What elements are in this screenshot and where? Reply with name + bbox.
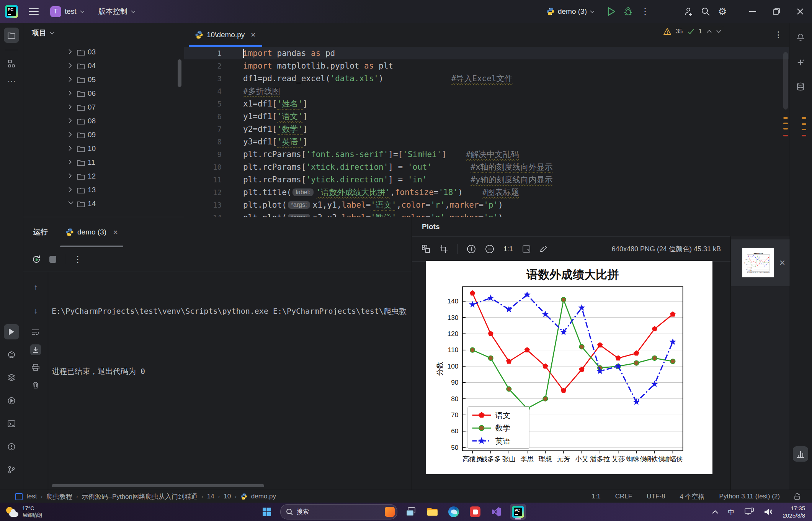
print-icon[interactable]: [30, 362, 41, 373]
caret-position[interactable]: 1:1: [591, 493, 601, 500]
editor-tab[interactable]: 10\demo.py ✕: [189, 23, 262, 47]
chevron-right-icon[interactable]: [68, 132, 74, 138]
run-tab[interactable]: demo (3) ✕: [65, 217, 118, 247]
project-switcher[interactable]: T test: [50, 6, 85, 17]
python-interpreter[interactable]: Python 3.11 (test) (2): [719, 493, 780, 500]
code-line-4[interactable]: 4#多折线图: [184, 85, 789, 97]
tray-chevron-icon[interactable]: [712, 510, 718, 514]
code-line-6[interactable]: 6y1=df1['语文']: [184, 110, 789, 123]
code-area[interactable]: 1import pandas as pd2import matplotlib.p…: [184, 47, 789, 217]
fit-window-icon[interactable]: [522, 245, 531, 253]
code-line-14[interactable]: 14plt.plot(*args:x2,y2,label='数学',color=…: [184, 211, 789, 217]
code-line-8[interactable]: 8y3=df1['英语']: [184, 135, 789, 148]
tree-item-04[interactable]: 04: [23, 59, 184, 73]
code-line-1[interactable]: 1import pandas as pd: [184, 47, 789, 59]
inspection-widget[interactable]: 35 1: [660, 26, 724, 37]
tab-options-icon[interactable]: ⋮: [774, 30, 783, 40]
console-hscrollbar[interactable]: [52, 484, 264, 487]
run-button[interactable]: [603, 3, 620, 20]
actual-size-icon[interactable]: [422, 245, 430, 253]
chevron-right-icon[interactable]: [68, 77, 74, 83]
search-input[interactable]: 搜索: [280, 504, 397, 519]
breadcrumb-item[interactable]: test: [26, 493, 37, 500]
code-line-5[interactable]: 5x1=df1['姓名']: [184, 97, 789, 110]
breadcrumb-item[interactable]: demo.py: [251, 493, 276, 500]
code-line-7[interactable]: 7y2=df1['数学']: [184, 123, 789, 135]
chevron-right-icon[interactable]: [68, 187, 74, 193]
chevron-right-icon[interactable]: [68, 146, 74, 152]
rerun-icon[interactable]: [32, 255, 41, 264]
chevron-right-icon[interactable]: [68, 49, 74, 55]
zoom-in-icon[interactable]: [467, 244, 476, 254]
chevron-down-icon[interactable]: [68, 201, 74, 207]
soft-wrap-icon[interactable]: [30, 327, 41, 338]
run-tool-icon[interactable]: [4, 324, 19, 339]
problems-icon[interactable]: [4, 439, 19, 454]
breadcrumb-item[interactable]: 示例源码--Python网络爬虫从入门到精通: [82, 492, 198, 501]
more-icon[interactable]: ⋮: [74, 254, 82, 264]
tree-item-06[interactable]: 06: [23, 87, 184, 100]
chevron-right-icon[interactable]: [68, 159, 74, 165]
line-separator[interactable]: CRLF: [615, 493, 632, 500]
chart-icon[interactable]: [793, 446, 808, 462]
project-tool-icon[interactable]: [4, 28, 19, 43]
chevron-right-icon[interactable]: [68, 63, 74, 69]
maximize-icon[interactable]: [765, 0, 788, 23]
vcs-menu[interactable]: 版本控制: [98, 7, 136, 16]
tree-item-12[interactable]: 12: [23, 169, 184, 183]
crop-icon[interactable]: [439, 245, 448, 253]
tree-item-03[interactable]: 03: [23, 45, 184, 59]
plot-image[interactable]: 5060708090100110120130140高猿员钱多多张山李思理想元芳小…: [426, 261, 712, 474]
app-icon-red[interactable]: [467, 504, 483, 520]
weather-widget[interactable]: 17°C 局部晴朗: [5, 505, 42, 518]
code-line-12[interactable]: 12plt.title(label:'语数外成绩大比拼',fontsize='1…: [184, 186, 789, 198]
stop-icon[interactable]: [49, 256, 56, 263]
structure-icon[interactable]: [4, 56, 19, 71]
down-arrow-icon[interactable]: ↓: [30, 305, 41, 316]
chevron-right-icon[interactable]: [68, 90, 74, 97]
tree-item-11[interactable]: 11: [23, 156, 184, 169]
breadcrumb-item[interactable]: 爬虫教程: [46, 492, 72, 501]
ime-icon[interactable]: 中: [728, 508, 735, 516]
code-line-13[interactable]: 13plt.plot(*args:x1,y1,label='语文',color=…: [184, 198, 789, 211]
tree-item-14[interactable]: 14: [23, 197, 184, 211]
code-line-10[interactable]: 10plt.rcParams['xtick.direction'] = 'out…: [184, 161, 789, 173]
editor-scrollbar[interactable]: [783, 52, 788, 110]
tree-item-13[interactable]: 13: [23, 183, 184, 197]
edge-icon[interactable]: [446, 504, 462, 520]
breadcrumb[interactable]: test›爬虫教程›示例源码--Python网络爬虫从入门到精通›14›10›d…: [15, 492, 276, 501]
search-highlight-icon[interactable]: [385, 507, 395, 517]
plot-thumbnail-row[interactable]: 5060708090100110120130140高猿员钱多多张山李思理想元芳小…: [731, 239, 790, 286]
tree-item-09[interactable]: 09: [23, 128, 184, 142]
chevron-right-icon[interactable]: [68, 173, 74, 179]
code-line-9[interactable]: 9plt.rcParams['font.sans-serif']=['SimHe…: [184, 148, 789, 161]
close-icon[interactable]: ✕: [113, 229, 118, 236]
close-icon[interactable]: ✕: [779, 258, 786, 267]
code-line-11[interactable]: 11plt.rcParams['ytick.direction'] = 'in'…: [184, 173, 789, 186]
database-icon[interactable]: [793, 79, 808, 94]
clock[interactable]: 17:35 2025/3/8: [783, 505, 805, 519]
tree-scrollbar[interactable]: [178, 59, 181, 87]
plot-thumbnail[interactable]: 5060708090100110120130140高猿员钱多多张山李思理想元芳小…: [742, 248, 774, 277]
debug-button[interactable]: [620, 3, 637, 20]
more-icon[interactable]: ⋮: [637, 3, 654, 20]
trash-icon[interactable]: [30, 380, 41, 390]
breadcrumb-item[interactable]: 14: [207, 493, 214, 500]
tree-item-07[interactable]: 07: [23, 100, 184, 114]
ai-assistant-icon[interactable]: [793, 55, 808, 70]
tree-item-08[interactable]: 08: [23, 114, 184, 128]
chevron-down-icon[interactable]: [50, 31, 54, 34]
git-branch-icon[interactable]: [4, 462, 19, 477]
tree-item-10[interactable]: 10: [23, 142, 184, 156]
network-icon[interactable]: [745, 508, 754, 516]
console[interactable]: ↑ ↓ E:\PyCharmProjects\test\venv\Scripts…: [23, 272, 412, 490]
pycharm-taskbar-icon[interactable]: PC: [510, 504, 526, 520]
search-icon[interactable]: [697, 3, 714, 20]
close-icon[interactable]: ✕: [250, 31, 256, 39]
code-line-3[interactable]: 3df1=pd.read_excel('data.xls') #导入Excel文…: [184, 72, 789, 85]
vs-icon[interactable]: [489, 504, 505, 520]
breadcrumb-item[interactable]: 10: [224, 493, 231, 500]
run-config-selector[interactable]: demo (3): [546, 7, 595, 16]
run-anything-icon[interactable]: [4, 393, 19, 408]
zoom-level[interactable]: 1:1: [503, 245, 513, 253]
